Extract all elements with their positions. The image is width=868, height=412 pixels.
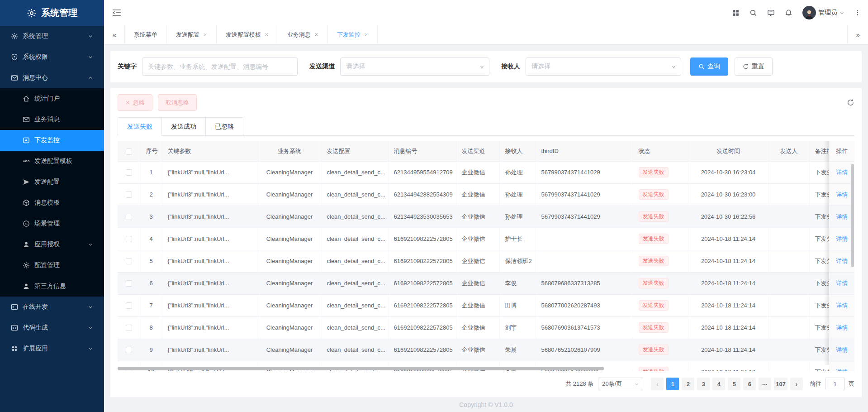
ignore-button[interactable]: 忽略 <box>118 94 152 111</box>
page-button-1[interactable]: 1 <box>666 378 679 390</box>
notification-bell-icon[interactable] <box>785 9 792 17</box>
detail-link[interactable]: 详情 <box>836 191 848 198</box>
user-menu[interactable]: 管理员 <box>802 6 844 19</box>
row-checkbox[interactable] <box>126 302 132 309</box>
refresh-icon[interactable] <box>847 99 854 106</box>
sidebar-item-7[interactable]: 发送配置 <box>0 172 104 192</box>
sidebar-item-6[interactable]: 发送配置模板 <box>0 151 104 172</box>
cell-no: 7 <box>140 294 162 316</box>
cell-time: 2024-10-18 11:24:14 <box>688 250 768 272</box>
row-checkbox[interactable] <box>126 280 132 287</box>
table-row: 9{"linkUrl3":null,"linkUrl...CleaningMan… <box>118 339 854 361</box>
page-button-5[interactable]: 5 <box>728 378 740 390</box>
sidebar-item-label: 代码生成 <box>23 324 48 332</box>
cell-key-param: {"linkUrl3":null,"linkUrl... <box>162 294 258 316</box>
tabs-scroll-left[interactable]: « <box>104 25 125 44</box>
channel-select[interactable]: 请选择 <box>340 57 489 76</box>
sidebar-item-label: 第三方信息 <box>34 282 66 290</box>
goto-label: 前往 <box>810 380 821 388</box>
detail-link[interactable]: 详情 <box>836 302 848 309</box>
message-icon[interactable] <box>767 9 775 17</box>
page-size-select[interactable]: 20条/页 <box>598 378 643 390</box>
receiver-select[interactable]: 请选择 <box>526 57 681 76</box>
cell-key-param: {"linkUrl3":null,"linkUrl... <box>162 183 258 206</box>
sidebar-item-15[interactable]: 扩展应用 <box>0 338 104 359</box>
sidebar-item-5[interactable]: 下发监控 <box>0 130 104 151</box>
nav-tab-4[interactable]: 下发监控 <box>328 25 378 44</box>
cancel-ignore-button[interactable]: 取消忽略 <box>158 94 197 111</box>
prev-page-button[interactable]: ‹ <box>651 378 664 390</box>
nav-tab-label: 系统菜单 <box>134 31 157 39</box>
detail-link[interactable]: 详情 <box>836 280 848 287</box>
detail-link[interactable]: 详情 <box>836 213 848 220</box>
close-icon[interactable] <box>265 33 269 37</box>
detail-link[interactable]: 详情 <box>836 235 848 242</box>
sidebar-item-12[interactable]: 第三方信息 <box>0 276 104 297</box>
sidebar-item-13[interactable]: 在线开发 <box>0 297 104 317</box>
kebab-menu-icon[interactable] <box>854 9 861 16</box>
cell-system: CleaningManager <box>258 183 321 206</box>
row-checkbox[interactable] <box>126 214 132 220</box>
sidebar-item-label: 统计门户 <box>34 95 60 103</box>
detail-link[interactable]: 详情 <box>836 369 848 372</box>
status-tab-1[interactable]: 发送成功 <box>162 117 206 135</box>
search-icon[interactable] <box>749 9 757 17</box>
nav-tab-1[interactable]: 发送配置 <box>167 25 217 44</box>
apps-grid-icon[interactable] <box>732 9 740 17</box>
vertical-scrollbar[interactable] <box>851 164 854 267</box>
goto-page-input[interactable] <box>825 378 845 390</box>
page-button-6[interactable]: 6 <box>743 378 756 390</box>
keyword-input[interactable] <box>142 57 298 76</box>
sidebar: 系统管理 系统管理系统权限消息中心统计门户业务消息下发监控发送配置模板发送配置消… <box>0 0 104 412</box>
nav-tab-2[interactable]: 发送配置模板 <box>217 25 278 44</box>
close-icon[interactable] <box>314 33 318 37</box>
sidebar-item-4[interactable]: 业务消息 <box>0 109 104 130</box>
tabs-scroll-right[interactable]: » <box>847 25 868 44</box>
row-checkbox[interactable] <box>126 169 132 176</box>
reset-button-label: 重置 <box>752 62 764 71</box>
next-page-button[interactable]: › <box>790 378 803 390</box>
table-row: 7{"linkUrl3":null,"linkUrl...CleaningMan… <box>118 294 854 316</box>
nav-tab-3[interactable]: 业务消息 <box>278 25 328 44</box>
column-header: 发送人 <box>768 141 809 161</box>
sidebar-item-10[interactable]: 应用授权 <box>0 234 104 255</box>
cell-sender <box>768 294 809 316</box>
row-checkbox[interactable] <box>126 347 132 353</box>
horizontal-scrollbar[interactable] <box>118 367 604 370</box>
cell-message-id: 621344923530035653 <box>388 206 456 228</box>
close-icon[interactable] <box>203 33 207 37</box>
sidebar-item-3[interactable]: 统计门户 <box>0 88 104 109</box>
sidebar-item-1[interactable]: 系统权限 <box>0 47 104 67</box>
status-tab-2[interactable]: 已忽略 <box>206 117 243 135</box>
page-button-2[interactable]: 2 <box>682 378 694 390</box>
close-icon[interactable] <box>364 33 368 37</box>
sidebar-item-14[interactable]: 代码生成 <box>0 317 104 338</box>
page-button-4[interactable]: 4 <box>712 378 725 390</box>
page-more-button[interactable]: ••• <box>759 378 771 390</box>
sidebar-item-11[interactable]: 配置管理 <box>0 255 104 276</box>
page-button-107[interactable]: 107 <box>774 378 787 390</box>
sidebar-collapse-icon[interactable] <box>112 9 121 16</box>
row-checkbox[interactable] <box>126 192 132 198</box>
detail-link[interactable]: 详情 <box>836 346 848 353</box>
reset-button[interactable]: 重置 <box>735 57 773 76</box>
page-button-3[interactable]: 3 <box>697 378 710 390</box>
cell-remark: 下发失败：third无us <box>809 272 829 294</box>
detail-link[interactable]: 详情 <box>836 169 848 176</box>
sidebar-item-8[interactable]: 消息模板 <box>0 192 104 213</box>
status-tab-0[interactable]: 发送失败 <box>118 117 162 135</box>
search-button[interactable]: 查询 <box>690 57 728 76</box>
cell-sender <box>768 161 809 183</box>
chevron-down-icon <box>88 54 93 60</box>
sidebar-item-2[interactable]: 消息中心 <box>0 67 104 88</box>
detail-link[interactable]: 详情 <box>836 258 848 264</box>
sidebar-item-9[interactable]: S场景管理 <box>0 213 104 234</box>
row-checkbox[interactable] <box>126 236 132 242</box>
detail-link[interactable]: 详情 <box>836 324 848 331</box>
sidebar-item-0[interactable]: 系统管理 <box>0 26 104 47</box>
cell-sender <box>768 206 809 228</box>
select-all-checkbox[interactable] <box>126 149 132 155</box>
nav-tab-0[interactable]: 系统菜单 <box>125 25 167 44</box>
row-checkbox[interactable] <box>126 258 132 264</box>
row-checkbox[interactable] <box>126 325 132 331</box>
